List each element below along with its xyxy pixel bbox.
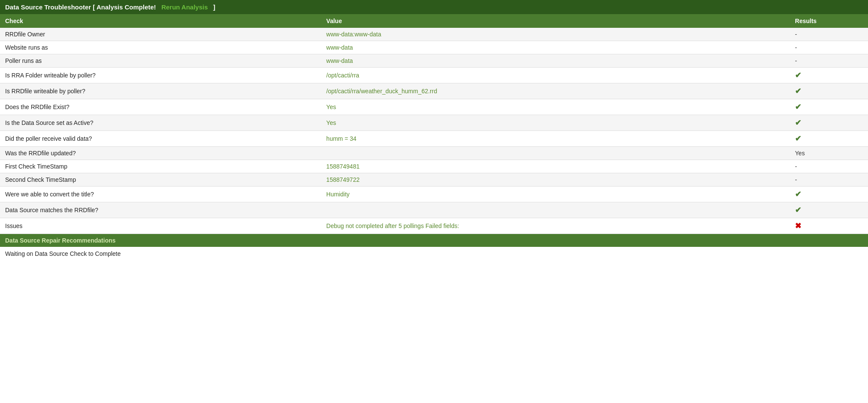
repair-section-header: Data Source Repair Recommendations (0, 234, 868, 247)
table-row: Does the RRDfile Exist?Yes✔ (0, 99, 868, 115)
check-cell: Is RRDfile writeable by poller? (0, 83, 321, 99)
check-cell: Does the RRDfile Exist? (0, 99, 321, 115)
value-cell: humm = 34 (321, 131, 790, 147)
value-cell: 1588749722 (321, 173, 790, 187)
value-cell: Humidity (321, 187, 790, 202)
value-cell: www-data (321, 54, 790, 68)
value-cell: /opt/cacti/rra/weather_duck_humm_62.rrd (321, 83, 790, 99)
value-cell: www-data (321, 41, 790, 54)
result-cell: ✔ (790, 99, 868, 115)
value-cell: Debug not completed after 5 pollings Fai… (321, 218, 790, 234)
check-cell: Website runs as (0, 41, 321, 54)
table-row: Is RRDfile writeable by poller?/opt/cact… (0, 83, 868, 99)
check-cell: Was the RRDfile updated? (0, 147, 321, 160)
result-cell: - (790, 28, 868, 41)
col-header-results: Results (790, 14, 868, 28)
green-check-icon: ✔ (795, 86, 801, 96)
green-check-icon: ✔ (795, 102, 801, 112)
result-cell: - (790, 54, 868, 68)
footer-text: Waiting on Data Source Check to Complete (0, 247, 868, 261)
table-row: First Check TimeStamp1588749481- (0, 160, 868, 173)
result-cell: ✔ (790, 202, 868, 218)
table-row: Website runs aswww-data- (0, 41, 868, 54)
value-cell: www-data:www-data (321, 28, 790, 41)
table-row: Second Check TimeStamp1588749722- (0, 173, 868, 187)
table-row: Is the Data Source set as Active?Yes✔ (0, 115, 868, 131)
result-cell: - (790, 173, 868, 187)
check-cell: Did the poller receive valid data? (0, 131, 321, 147)
footer-row: Waiting on Data Source Check to Complete (0, 247, 868, 261)
result-cell: ✔ (790, 187, 868, 202)
title-bar: Data Source Troubleshooter [ Analysis Co… (0, 0, 868, 14)
result-cell: ✔ (790, 115, 868, 131)
result-cell: ✔ (790, 83, 868, 99)
check-cell: First Check TimeStamp (0, 160, 321, 173)
value-cell: Yes (321, 99, 790, 115)
check-cell: Were we able to convert the title? (0, 187, 321, 202)
col-header-value: Value (321, 14, 790, 28)
table-row: RRDfile Ownerwww-data:www-data- (0, 28, 868, 41)
check-cell: Issues (0, 218, 321, 234)
result-cell: ✔ (790, 68, 868, 83)
green-check-icon: ✔ (795, 205, 801, 215)
title-text: Data Source Troubleshooter [ Analysis Co… (5, 3, 156, 11)
check-cell: Data Source matches the RRDfile? (0, 202, 321, 218)
red-x-icon: ✖ (795, 221, 801, 231)
table-row: Were we able to convert the title?Humidi… (0, 187, 868, 202)
value-cell: 1588749481 (321, 160, 790, 173)
value-cell (321, 202, 790, 218)
rerun-analysis-link[interactable]: Rerun Analysis (161, 3, 208, 11)
check-cell: Is RRA Folder writeable by poller? (0, 68, 321, 83)
result-cell: - (790, 160, 868, 173)
table-row: Poller runs aswww-data- (0, 54, 868, 68)
col-header-check: Check (0, 14, 321, 28)
table-row: Was the RRDfile updated?Yes (0, 147, 868, 160)
check-cell: Poller runs as (0, 54, 321, 68)
check-cell: Second Check TimeStamp (0, 173, 321, 187)
green-check-icon: ✔ (795, 118, 801, 127)
table-row: IssuesDebug not completed after 5 pollin… (0, 218, 868, 234)
green-check-icon: ✔ (795, 134, 801, 143)
table-row: Is RRA Folder writeable by poller?/opt/c… (0, 68, 868, 83)
table-row: Did the poller receive valid data?humm =… (0, 131, 868, 147)
check-cell: RRDfile Owner (0, 28, 321, 41)
result-cell: Yes (790, 147, 868, 160)
value-cell (321, 147, 790, 160)
value-cell: /opt/cacti/rra (321, 68, 790, 83)
title-end: ] (213, 3, 216, 11)
result-cell: ✔ (790, 131, 868, 147)
result-cell: - (790, 41, 868, 54)
main-table: Data Source Troubleshooter [ Analysis Co… (0, 0, 868, 261)
green-check-icon: ✔ (795, 190, 801, 199)
table-row: Data Source matches the RRDfile?✔ (0, 202, 868, 218)
result-cell: ✖ (790, 218, 868, 234)
check-cell: Is the Data Source set as Active? (0, 115, 321, 131)
value-cell: Yes (321, 115, 790, 131)
green-check-icon: ✔ (795, 71, 801, 80)
repair-section-label: Data Source Repair Recommendations (0, 234, 868, 247)
